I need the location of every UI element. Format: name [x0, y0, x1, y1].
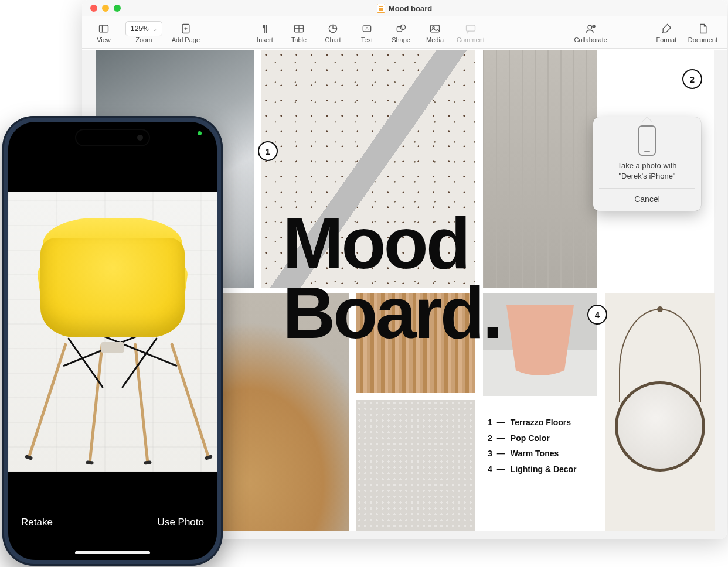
pie-chart-icon — [327, 21, 339, 36]
use-photo-button[interactable]: Use Photo — [158, 517, 204, 528]
camera-controls: Retake Use Photo — [8, 472, 217, 560]
view-label: View — [97, 36, 111, 43]
media-button[interactable]: Media — [419, 20, 451, 43]
shape-label: Shape — [392, 36, 410, 43]
document-icon — [697, 21, 709, 36]
zoom-value: 125% — [131, 25, 149, 33]
legend-item: 3—Warm Tones — [488, 446, 577, 462]
shape-icon — [395, 21, 407, 36]
window-title-text: Mood board — [389, 4, 432, 13]
iphone-outline-icon — [638, 125, 656, 156]
media-label: Media — [426, 36, 444, 43]
callout-badge-2[interactable]: 2 — [682, 69, 702, 89]
traffic-lights — [82, 5, 121, 12]
page-headline[interactable]: Mood Board. — [283, 209, 501, 348]
svg-text:A: A — [365, 26, 369, 32]
zoom-label: Zoom — [135, 36, 152, 43]
view-button[interactable]: View — [88, 20, 120, 43]
iphone-device: Retake Use Photo — [2, 116, 223, 566]
legend-item: 1—Terrazzo Floors — [488, 415, 577, 431]
sidebar-icon — [98, 21, 110, 36]
add-page-button[interactable]: Add Page — [168, 20, 203, 43]
table-label: Table — [291, 36, 307, 43]
dynamic-island — [75, 129, 150, 146]
legend-list[interactable]: 1—Terrazzo Floors 2—Pop Color 3—Warm Ton… — [488, 415, 577, 477]
collaborate-icon — [585, 21, 597, 36]
zoom-value-pill: 125%⌄ — [125, 21, 162, 36]
headline-line2: Board. — [283, 272, 501, 353]
comment-label: Comment — [457, 36, 485, 43]
collaborate-button[interactable]: Collaborate — [571, 20, 611, 43]
image-icon — [429, 21, 441, 36]
window-titlebar[interactable]: Mood board — [82, 0, 727, 16]
text-button[interactable]: A Text — [351, 20, 383, 43]
insert-button[interactable]: ¶ Insert — [249, 20, 281, 43]
svg-rect-13 — [431, 25, 440, 32]
camera-active-indicator — [198, 131, 202, 135]
zoom-window-button[interactable] — [114, 5, 121, 12]
chair-seat — [40, 238, 185, 337]
chart-button[interactable]: Chart — [317, 20, 349, 43]
home-indicator[interactable] — [75, 551, 150, 554]
document-label: Document — [688, 36, 717, 43]
legend-item: 2—Pop Color — [488, 431, 577, 446]
chart-label: Chart — [325, 36, 341, 43]
paintbrush-icon — [661, 21, 672, 36]
comment-icon — [465, 21, 477, 36]
zoom-button[interactable]: 125%⌄ Zoom — [122, 20, 166, 43]
legend-item: 4—Lighting & Decor — [488, 462, 577, 477]
comment-button: Comment — [453, 20, 488, 43]
camera-preview[interactable] — [8, 192, 217, 472]
chair-hub — [101, 342, 124, 353]
format-button[interactable]: Format — [651, 20, 682, 43]
add-page-label: Add Page — [172, 36, 200, 43]
toolbar: View 125%⌄ Zoom Add Page ¶ Insert Table — [82, 16, 727, 49]
moodboard-image-mirror[interactable] — [605, 293, 715, 531]
insert-label: Insert — [257, 36, 273, 43]
table-icon — [293, 21, 305, 36]
minimize-window-button[interactable] — [102, 5, 109, 12]
iphone-screen: Retake Use Photo — [8, 122, 217, 560]
add-page-icon — [180, 21, 192, 36]
table-button[interactable]: Table — [283, 20, 315, 43]
popover-cancel-button[interactable]: Cancel — [599, 188, 695, 211]
moodboard-image-fur[interactable] — [356, 400, 475, 531]
svg-point-12 — [400, 25, 405, 29]
text-label: Text — [361, 36, 373, 43]
shape-button[interactable]: Shape — [385, 20, 417, 43]
pages-document-icon — [377, 4, 385, 13]
chevron-down-icon: ⌄ — [152, 26, 157, 32]
callout-badge-1[interactable]: 1 — [258, 141, 278, 161]
format-label: Format — [656, 36, 676, 43]
continuity-camera-popover: Take a photo with "Derek's iPhone" Cance… — [593, 117, 701, 211]
popover-message: Take a photo with "Derek's iPhone" — [599, 160, 695, 188]
collaborate-label: Collaborate — [574, 36, 607, 43]
retake-button[interactable]: Retake — [21, 517, 53, 528]
textbox-icon: A — [361, 21, 373, 36]
document-button[interactable]: Document — [685, 20, 721, 43]
svg-rect-0 — [100, 25, 108, 32]
svg-rect-15 — [466, 25, 475, 31]
window-title: Mood board — [82, 4, 727, 13]
close-window-button[interactable] — [90, 5, 97, 12]
pilcrow-icon: ¶ — [262, 21, 268, 36]
svg-point-16 — [588, 25, 592, 29]
mirror-face — [615, 381, 705, 472]
callout-badge-4[interactable]: 4 — [587, 305, 607, 325]
